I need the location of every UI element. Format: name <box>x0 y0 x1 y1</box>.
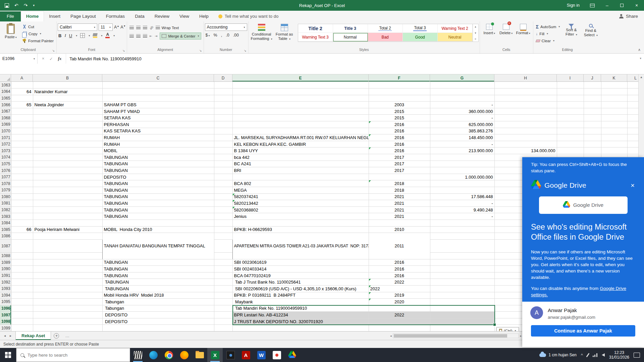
cell-E1096[interactable]: Tab Mandiri Rek No. 1190004959910 <box>232 305 369 312</box>
cell-C1064[interactable] <box>102 88 214 95</box>
taskbar-search[interactable] <box>16 348 130 362</box>
cell-F1063[interactable] <box>369 82 430 88</box>
minimize-button[interactable]: – <box>600 0 614 11</box>
cell-F1072[interactable]: 2016 <box>369 141 430 147</box>
cell-I1064[interactable] <box>557 88 584 95</box>
italic-button[interactable]: I <box>64 33 66 38</box>
row-header-1074[interactable]: 1074 <box>0 154 11 161</box>
cell-B1071[interactable] <box>33 134 102 141</box>
cell-D1071[interactable] <box>214 134 232 141</box>
alignment-dialog-launcher[interactable]: ↘ <box>199 49 202 52</box>
cell-A1084[interactable] <box>11 220 33 226</box>
cell-G1083[interactable]: - <box>430 213 494 220</box>
taskbar-app-drive[interactable] <box>284 348 300 362</box>
cell-B1097[interactable] <box>33 312 102 318</box>
cell-C1097[interactable]: DEPOSITO <box>102 312 214 318</box>
number-format-select[interactable]: Accounting▾ <box>205 23 247 31</box>
cell-D1097[interactable] <box>214 312 232 318</box>
cell-D1074[interactable] <box>214 154 232 161</box>
cell-G1091[interactable] <box>430 272 494 279</box>
row-header-1073[interactable]: 1073 <box>0 147 11 154</box>
cell-C1077[interactable]: DEPOSITO <box>102 174 214 180</box>
row-header-1093[interactable]: 1093 <box>0 285 11 292</box>
percent-style-button[interactable]: % <box>214 33 217 38</box>
cell-D1069[interactable] <box>214 121 232 128</box>
cell-C1081[interactable]: TABUNGAN <box>102 200 214 207</box>
cell-I1066[interactable] <box>557 102 584 108</box>
cell-B1098[interactable] <box>33 318 102 325</box>
cell-I1072[interactable] <box>557 141 584 147</box>
cell-A1092[interactable] <box>11 279 33 286</box>
cell-A1078[interactable] <box>11 180 33 187</box>
cell-G1070[interactable]: 385.863.276 <box>430 128 494 134</box>
cell-G1098[interactable] <box>430 318 494 325</box>
cell-F1099[interactable] <box>369 325 430 331</box>
search-input[interactable] <box>28 353 115 358</box>
cell-D1088[interactable] <box>214 252 232 259</box>
cell-E1099[interactable] <box>232 325 369 331</box>
cell-C1083[interactable]: TABUNGAN <box>102 213 214 220</box>
fill-color-button[interactable] <box>93 33 97 38</box>
continue-button[interactable]: Continue as Anwar Pajak <box>531 325 635 337</box>
network-icon[interactable] <box>593 353 597 357</box>
cell-C1076[interactable]: TABUNGAN <box>102 167 214 174</box>
row-header-1066[interactable]: 1066 <box>0 102 11 108</box>
cell-F1075[interactable]: 2017 <box>369 161 430 167</box>
cell-D1099[interactable] <box>214 325 232 331</box>
row-header-1089[interactable]: 1089 <box>0 259 11 266</box>
prev-sheet-icon[interactable]: ◂ <box>4 334 6 338</box>
cell-B1086[interactable] <box>33 233 102 240</box>
cell-H1067[interactable] <box>494 108 557 115</box>
scroll-right-icon[interactable]: ▸ <box>520 334 522 338</box>
taskbar-app-firefox[interactable] <box>176 348 192 362</box>
cell-C1065[interactable] <box>102 95 214 102</box>
pen-tray-icon[interactable] <box>586 353 589 357</box>
orientation-icon[interactable]: ab <box>149 25 154 31</box>
new-sheet-button[interactable]: + <box>51 331 62 340</box>
cell-F1073[interactable]: 2016 <box>369 147 430 154</box>
cell-J1064[interactable] <box>584 88 601 95</box>
row-header-1075[interactable]: 1075 <box>0 161 11 167</box>
ribbon-tab-data[interactable]: Data <box>130 11 150 21</box>
row-header-1070[interactable]: 1070 <box>0 128 11 134</box>
cell-B1063[interactable] <box>33 82 102 88</box>
cell-B1070[interactable] <box>33 128 102 134</box>
cell-H1065[interactable] <box>494 95 557 102</box>
cell-C1071[interactable]: RUMAH <box>102 134 214 141</box>
cell-G1099[interactable] <box>430 325 494 331</box>
cell-B1092[interactable] <box>33 279 102 286</box>
cell-E1063[interactable] <box>232 82 369 88</box>
row-header-1077[interactable]: 1077 <box>0 174 11 180</box>
ribbon-tab-formulas[interactable]: Formulas <box>101 11 130 21</box>
cell-D1064[interactable] <box>214 88 232 95</box>
align-bottom-icon[interactable] <box>143 26 147 29</box>
taskbar-app-explorer[interactable] <box>192 348 207 362</box>
cell-F1078[interactable]: 2018 <box>369 180 430 187</box>
cell-C1068[interactable]: SETARA KAS <box>102 115 214 121</box>
align-middle-icon[interactable] <box>136 26 141 29</box>
cell-I1065[interactable] <box>557 95 584 102</box>
cell-C1078[interactable]: TABUNGAN <box>102 180 214 187</box>
cell-A1098[interactable] <box>11 318 33 325</box>
cell-E1076[interactable]: BRI <box>232 167 369 174</box>
font-size-select[interactable]: 11▾ <box>99 23 113 31</box>
cell-F1093[interactable]: 2022 <box>369 285 430 292</box>
cell-D1092[interactable] <box>214 279 232 286</box>
maximize-button[interactable] <box>614 0 629 11</box>
taskbar-app-photo-zebra[interactable] <box>130 348 146 362</box>
action-center-icon[interactable] <box>634 353 640 358</box>
cell-F1098[interactable] <box>369 318 430 325</box>
select-all-corner[interactable] <box>0 74 11 81</box>
cell-A1063[interactable] <box>11 82 33 88</box>
cut-button[interactable]: Cut <box>20 23 55 30</box>
decrease-decimal-button[interactable]: .00 <box>233 33 239 38</box>
cell-E1067[interactable] <box>232 108 369 115</box>
ribbon-tab-help[interactable]: Help <box>194 11 214 21</box>
start-button[interactable] <box>0 348 16 362</box>
format-as-table-button[interactable]: Format as Table ▾ <box>274 22 295 42</box>
taskbar-app-paint[interactable] <box>269 348 284 362</box>
find-select-button[interactable]: Find & Select ▾ <box>581 22 600 38</box>
cancel-entry-icon[interactable]: × <box>42 56 44 61</box>
cell-F1077[interactable] <box>369 174 430 180</box>
ribbon-tab-file[interactable]: File <box>0 11 21 21</box>
